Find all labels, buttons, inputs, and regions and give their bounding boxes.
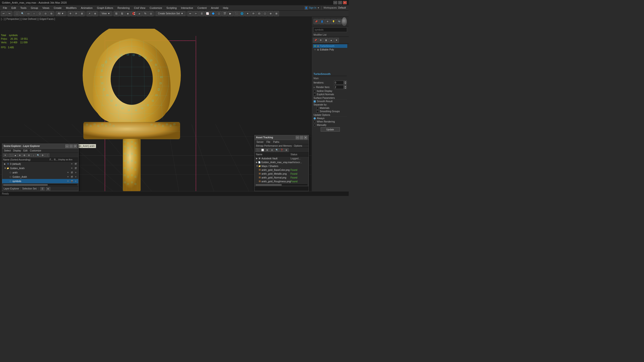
ts-manually-radio[interactable] xyxy=(314,124,316,126)
menu-tools[interactable]: Tools xyxy=(18,6,28,10)
render-setup-button[interactable]: 🎬 xyxy=(222,11,227,16)
se-tb-btn-7[interactable]: 🔍 xyxy=(36,153,40,157)
se-vis-eye-1[interactable]: 👁 xyxy=(70,167,74,170)
se-tb-btn-2[interactable]: ▲ xyxy=(13,153,18,157)
schematic-view-button[interactable]: 🔷 xyxy=(210,11,216,16)
menu-edit[interactable]: Edit xyxy=(10,6,18,10)
se-tb-btn-8[interactable]: ⚙ xyxy=(40,153,45,157)
se-row-1[interactable]: ▼ 📁 Golden_Ankh 👁 🎬 xyxy=(2,166,78,170)
se-vis-eye-0[interactable]: 👁 xyxy=(70,162,74,166)
render-iter-button[interactable]: ⟳ xyxy=(251,11,256,16)
ts-render-up[interactable]: ▲ xyxy=(344,85,347,87)
at-minimize-btn[interactable]: — xyxy=(296,136,299,139)
reference-coord-button[interactable]: ↗ xyxy=(87,11,92,16)
mod-down-btn[interactable]: ▼ xyxy=(334,38,339,42)
select-region-circ[interactable]: ○ xyxy=(31,11,37,16)
menu-rendering[interactable]: Rendering xyxy=(116,6,132,10)
se-restore-btn[interactable]: □ xyxy=(70,144,73,148)
render-frame-button[interactable]: ▶ xyxy=(228,11,233,16)
se-row-4[interactable]: ⬡ symbols 👁 🎬 ❄ xyxy=(2,179,78,183)
se-vis-eye-3[interactable]: 👁 xyxy=(66,175,70,178)
mod-configure-btn[interactable]: ⚙ xyxy=(318,38,323,42)
se-layer-btn[interactable]: ☰ xyxy=(40,187,44,190)
select-object-button[interactable]: ⬚ xyxy=(14,11,20,16)
se-vis-eye-4[interactable]: 👁 xyxy=(66,179,70,183)
mirror-button[interactable]: ⇔ xyxy=(188,11,193,16)
panel-light-icon[interactable]: 💡 xyxy=(331,19,336,24)
select-by-name-button[interactable]: 🔍 xyxy=(20,11,25,16)
menu-interactive[interactable]: Interactive xyxy=(179,6,195,10)
at-tb-4[interactable]: ⊟ xyxy=(270,148,274,152)
undo-button[interactable]: ↩ xyxy=(1,11,6,16)
at-tb-2[interactable]: ⬜ xyxy=(260,148,265,152)
redo-button[interactable]: ↪ xyxy=(7,11,12,16)
at-expand-1[interactable]: ▶ xyxy=(256,161,258,163)
menu-animation[interactable]: Animation xyxy=(79,6,94,10)
angle-snap[interactable]: ⌀ xyxy=(137,11,142,16)
select-region-lasso[interactable]: ⊙ xyxy=(43,11,48,16)
ts-always-radio[interactable] xyxy=(314,117,316,120)
select-move-button[interactable]: ✛ xyxy=(68,11,73,16)
select-scale-button[interactable]: ⊞ xyxy=(79,11,84,16)
menu-modifiers[interactable]: Modifiers xyxy=(64,6,78,10)
extra-btn-4[interactable]: ⊞ xyxy=(274,11,279,16)
menu-civil-view[interactable]: Civil View xyxy=(132,6,147,10)
ts-iterations-down[interactable]: ▼ xyxy=(344,82,347,84)
extra-btn-2[interactable]: ⬡ xyxy=(262,11,268,16)
view-dropdown[interactable]: View ▼ xyxy=(100,11,112,16)
at-expand-2[interactable]: ▼ xyxy=(256,165,258,167)
se-vis-cam-0[interactable]: 🎬 xyxy=(74,162,77,166)
se-vis-cam-4[interactable]: 🎬 xyxy=(70,179,74,183)
at-row-6[interactable]: 🖼 ankh_gold_Roughness.png Found xyxy=(254,179,309,183)
ts-when-rendering-radio[interactable] xyxy=(314,121,316,123)
align-button[interactable]: ⊢ xyxy=(193,11,198,16)
se-scrollthumb[interactable] xyxy=(3,184,48,186)
at-row-0[interactable]: ▶ 🏛 Autodesk Vault Logged... xyxy=(254,156,309,160)
at-menu-file[interactable]: File xyxy=(265,140,271,144)
menu-customize[interactable]: Customize xyxy=(148,6,164,10)
at-row-5[interactable]: 🖼 ankh_gold_Normal.png Found xyxy=(254,176,309,179)
se-vis-freeze-2[interactable]: ❄ xyxy=(74,171,77,174)
menu-file[interactable]: File xyxy=(1,6,9,10)
at-tb-5[interactable]: 🔍 xyxy=(275,148,279,152)
ts-iterations-input[interactable] xyxy=(334,81,344,84)
ts-explicit-checkbox[interactable] xyxy=(314,93,316,96)
percent-snap[interactable]: % xyxy=(142,11,148,16)
extra-btn-3[interactable]: ⊕ xyxy=(268,11,273,16)
se-tb-btn-5[interactable]: ⊟ xyxy=(27,153,31,157)
at-menu-paths[interactable]: Paths xyxy=(272,140,280,144)
sign-in-button[interactable]: Sign In xyxy=(309,6,316,9)
menu-scripting[interactable]: Scripting xyxy=(164,6,179,10)
panel-man-icon[interactable]: 👤 xyxy=(319,19,324,24)
workspaces-value[interactable]: Default xyxy=(338,6,346,9)
menu-group[interactable]: Group xyxy=(29,6,40,10)
render-env-button[interactable]: 🌐 xyxy=(239,11,244,16)
se-tb-btn-9[interactable]: ⋮ xyxy=(45,153,49,157)
ts-render-iters-input[interactable] xyxy=(334,85,344,89)
se-vis-cam-3[interactable]: 🎬 xyxy=(70,175,74,178)
ts-update-button[interactable]: Update xyxy=(321,127,340,132)
se-vis-freeze-3[interactable]: ❄ xyxy=(74,175,77,178)
ts-isoline-checkbox[interactable] xyxy=(314,90,316,92)
se-expand-1[interactable]: ▼ xyxy=(4,167,6,169)
modifier-search-input[interactable] xyxy=(314,27,347,32)
se-menu-display[interactable]: Display xyxy=(12,149,22,152)
at-scrollthumb[interactable] xyxy=(256,184,282,186)
snap-toggle[interactable]: 🧲 xyxy=(131,11,136,16)
at-close-btn[interactable]: ✕ xyxy=(304,136,307,139)
minimize-button[interactable]: — xyxy=(334,1,337,4)
menu-graph-editors[interactable]: Graph Editors xyxy=(95,6,115,10)
at-row-4[interactable]: 🖼 ankh_gold_Metallic.png Found xyxy=(254,172,309,176)
se-menu-customize[interactable]: Customize xyxy=(29,149,42,152)
se-tb-btn-3[interactable]: ⊕ xyxy=(18,153,22,157)
select-region-fence[interactable]: ⬡ xyxy=(37,11,42,16)
link-button[interactable]: ⛓ xyxy=(114,11,119,16)
panel-pin-icon[interactable]: 📌 xyxy=(314,19,319,24)
curve-editor-button[interactable]: 📈 xyxy=(205,11,210,16)
mod-pin-btn[interactable]: 📌 xyxy=(313,38,318,42)
se-row-3[interactable]: ⬡ Golden_Ankh 👁 🎬 ❄ xyxy=(2,175,78,179)
menu-create[interactable]: Create xyxy=(52,6,64,10)
mod-up-btn[interactable]: ▲ xyxy=(329,38,334,42)
at-scrollbar[interactable] xyxy=(256,184,308,186)
ts-iterations-spin[interactable]: ▲ ▼ xyxy=(344,81,347,84)
